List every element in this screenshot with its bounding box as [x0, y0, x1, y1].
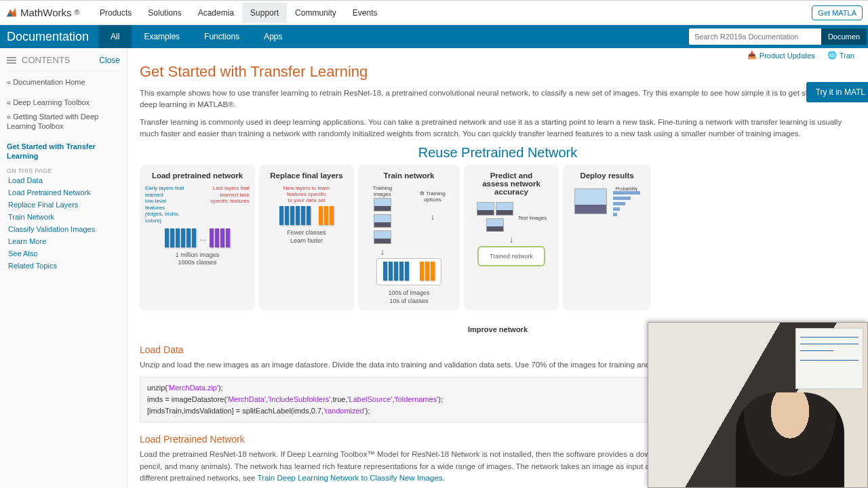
panel2-title: Replace final layers — [264, 171, 349, 180]
tab-apps[interactable]: Apps — [252, 25, 294, 48]
anchor-classify[interactable]: Classify Validation Images — [7, 223, 120, 235]
nav-community[interactable]: Community — [287, 3, 344, 23]
anchor-see-also[interactable]: See Also — [7, 247, 120, 260]
crumb-dlt[interactable]: « Deep Learning Toolbox — [7, 96, 120, 109]
panel4-title: Predict and assess network accuracy — [469, 171, 553, 196]
doc-bar-title[interactable]: Documentation — [0, 30, 98, 44]
try-in-matlab-button[interactable]: Try it in MATL — [806, 82, 868, 102]
panel5-title: Deploy results — [568, 171, 646, 180]
intro-2: Transfer learning is commonly used in de… — [140, 117, 856, 140]
nav-academia[interactable]: Academia — [190, 3, 242, 23]
nav-events[interactable]: Events — [344, 3, 386, 23]
anchor-load-pretrained[interactable]: Load Pretrained Network — [7, 186, 120, 199]
brand-text: MathWorks — [20, 7, 72, 18]
doc-bar: Documentation All Examples Functions App… — [0, 25, 868, 48]
anchor-learn-more[interactable]: Learn More — [7, 235, 120, 247]
nav-products[interactable]: Products — [92, 3, 140, 23]
presenter — [736, 392, 844, 487]
nav-links: Products Solutions Academia Support Comm… — [92, 3, 386, 23]
tab-all[interactable]: All — [98, 25, 132, 48]
nav-support[interactable]: Support — [242, 3, 287, 23]
search-input[interactable] — [689, 28, 821, 45]
top-nav: MathWorks® Products Solutions Academia S… — [0, 1, 868, 25]
product-updates-link[interactable]: 📥 Product Updates — [747, 51, 815, 60]
anchor-replace-layers[interactable]: Replace Final Layers — [7, 199, 120, 211]
tab-examples[interactable]: Examples — [132, 25, 192, 48]
anchor-train-network[interactable]: Train Network — [7, 211, 120, 223]
page-title: Get Started with Transfer Learning — [140, 63, 856, 81]
translate-link[interactable]: 🌐 Tran — [827, 51, 854, 60]
anchor-load-data[interactable]: Load Data — [7, 174, 120, 186]
anchor-related[interactable]: Related Topics — [7, 260, 120, 272]
panel3-title: Train network — [363, 171, 454, 180]
nav-solutions[interactable]: Solutions — [140, 3, 189, 23]
logo[interactable]: MathWorks® — [5, 7, 79, 19]
panel1-title: Load pretrained network — [145, 171, 250, 180]
whiteboard — [795, 328, 863, 389]
mathworks-logo-icon — [5, 7, 18, 19]
crumb-current[interactable]: Get Started with Transfer Learning — [7, 140, 120, 163]
diagram-title: Reuse Pretrained Network — [140, 145, 856, 161]
sidebar-close[interactable]: Close — [99, 56, 120, 65]
webcam-overlay — [648, 322, 868, 488]
on-this-page-label: ON THIS PAGE — [7, 167, 120, 174]
intro-1: This example shows how to use transfer l… — [140, 87, 856, 111]
tab-functions[interactable]: Functions — [192, 25, 252, 48]
hamburger-icon[interactable] — [7, 57, 16, 64]
crumb-doc-home[interactable]: « Documentation Home — [7, 75, 120, 89]
search-button[interactable]: Documen — [821, 28, 867, 45]
link-train-deep-network[interactable]: Train Deep Learning Network to Classify … — [257, 474, 442, 482]
sidebar: CONTENTS Close « Documentation Home « De… — [0, 48, 127, 488]
contents-label: CONTENTS — [22, 55, 71, 65]
workflow-diagram: Load pretrained network Early layers tha… — [140, 165, 856, 310]
get-matlab-button[interactable]: Get MATLA — [812, 5, 863, 20]
crumb-getting-started[interactable]: « Getting Started with Deep Learning Too… — [7, 110, 120, 134]
